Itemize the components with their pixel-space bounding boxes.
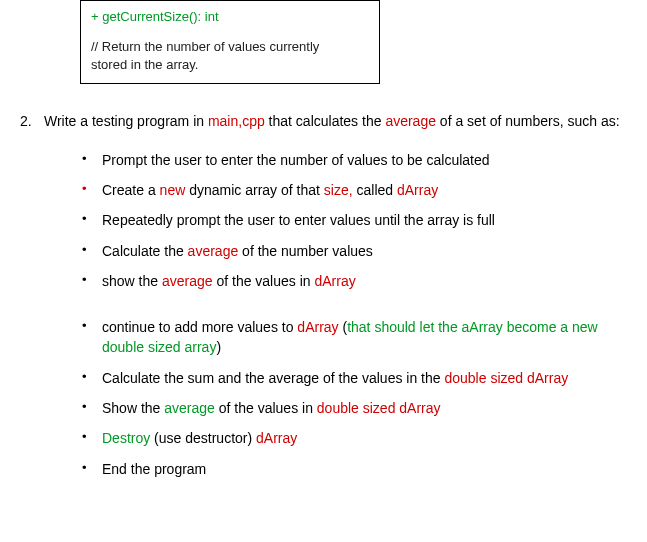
keyword-darray: dArray: [297, 319, 338, 335]
keyword-average: average: [385, 113, 436, 129]
instruction-list: Prompt the user to enter the number of v…: [80, 150, 627, 291]
question-row: 2. Write a testing program in main,cpp t…: [20, 112, 627, 132]
text: Show the: [102, 400, 164, 416]
list-item: Create a new dynamic array of that size,…: [80, 180, 627, 200]
keyword-average: average: [188, 243, 239, 259]
instruction-list-2: continue to add more values to dArray (t…: [80, 317, 627, 479]
text: (: [339, 319, 348, 335]
keyword-average: average: [162, 273, 213, 289]
text: dynamic array of that: [185, 182, 324, 198]
keyword-destroy: Destroy: [102, 430, 150, 446]
keyword-main: main,cpp: [208, 113, 265, 129]
comment-line-1: // Return the number of values currently: [91, 39, 319, 54]
text: of the number values: [238, 243, 373, 259]
list-gap: [20, 301, 627, 317]
method-signature: + getCurrentSize(): int: [91, 9, 369, 24]
keyword-darray: dArray: [397, 182, 438, 198]
text: show the: [102, 273, 162, 289]
list-item: Show the average of the values in double…: [80, 398, 627, 418]
text: of the values in: [215, 400, 317, 416]
text: (use destructor): [150, 430, 256, 446]
q-part-1: Write a testing program in: [44, 113, 208, 129]
document-page: + getCurrentSize(): int // Return the nu…: [0, 0, 647, 509]
q-part-2: that calculates the: [265, 113, 386, 129]
text: of the values in: [213, 273, 315, 289]
keyword-darray: dArray: [314, 273, 355, 289]
text: Create a: [102, 182, 160, 198]
question-number: 2.: [20, 113, 44, 129]
list-item: Calculate the sum and the average of the…: [80, 368, 627, 388]
text: ): [216, 339, 221, 355]
keyword-darray: dArray: [256, 430, 297, 446]
list-item: Destroy (use destructor) dArray: [80, 428, 627, 448]
method-definition-box: + getCurrentSize(): int // Return the nu…: [80, 0, 380, 84]
method-comment: // Return the number of values currently…: [91, 38, 369, 73]
text: Calculate the sum and the average of the…: [102, 370, 444, 386]
list-item: continue to add more values to dArray (t…: [80, 317, 627, 358]
text: called: [353, 182, 397, 198]
text: Calculate the: [102, 243, 188, 259]
q-part-3: of a set of numbers, such as:: [436, 113, 620, 129]
list-item: Prompt the user to enter the number of v…: [80, 150, 627, 170]
comment-line-2: stored in the array.: [91, 57, 198, 72]
list-item: show the average of the values in dArray: [80, 271, 627, 291]
list-item: Calculate the average of the number valu…: [80, 241, 627, 261]
keyword-double-darray: double sized dArray: [317, 400, 441, 416]
text: continue to add more values to: [102, 319, 297, 335]
keyword-double-darray: double sized dArray: [444, 370, 568, 386]
list-item: End the program: [80, 459, 627, 479]
question-text: Write a testing program in main,cpp that…: [44, 112, 620, 132]
list-item: Repeatedly prompt the user to enter valu…: [80, 210, 627, 230]
keyword-size: size,: [324, 182, 353, 198]
keyword-average: average: [164, 400, 215, 416]
keyword-new: new: [160, 182, 186, 198]
